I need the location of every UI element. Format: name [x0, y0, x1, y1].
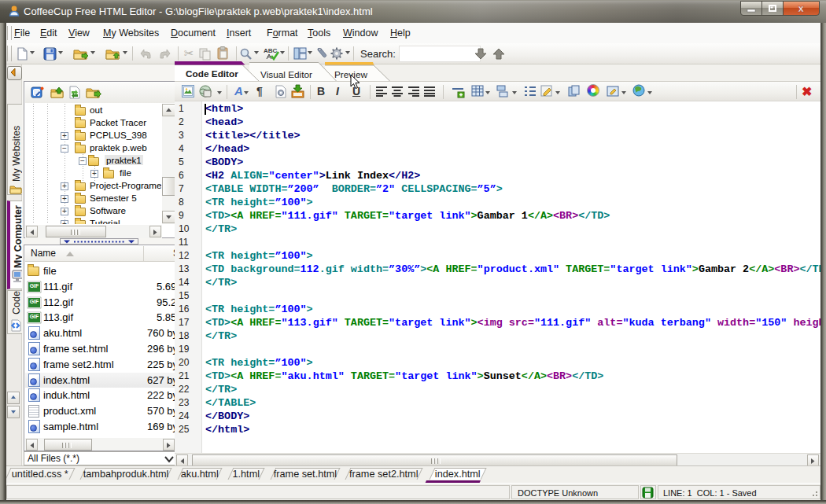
svg-text:x: x	[798, 2, 804, 14]
svg-text:ABC: ABC	[264, 47, 278, 54]
